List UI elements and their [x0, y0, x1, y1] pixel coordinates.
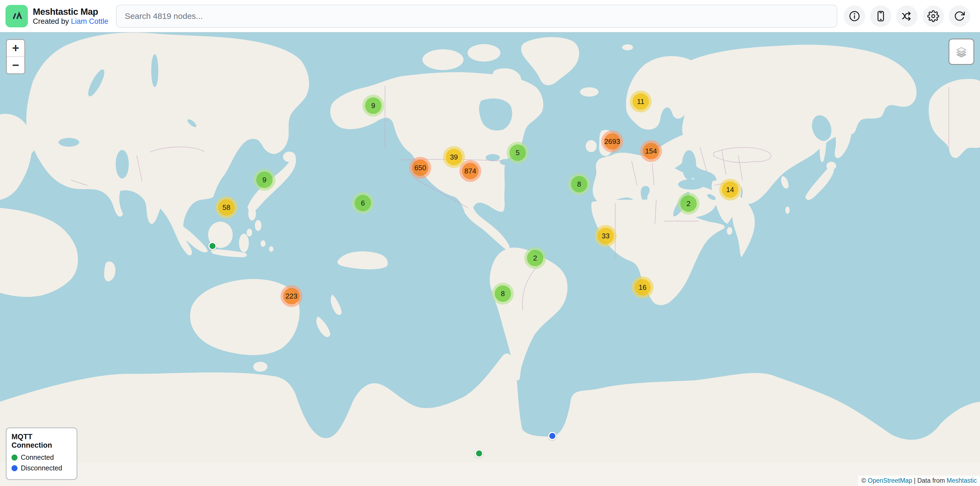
- cluster-marker[interactable]: 5: [507, 142, 528, 164]
- node-marker-disconnected[interactable]: [548, 432, 557, 440]
- zoom-in-button[interactable]: +: [7, 40, 24, 56]
- node-marker-connected[interactable]: [208, 242, 216, 250]
- mqtt-legend: MQTT Connection Connected Disconnected: [6, 427, 77, 480]
- connected-dot: [11, 454, 18, 461]
- cluster-count: 2: [527, 250, 543, 266]
- top-bar: Meshtastic Map Created by Liam Cottle: [0, 0, 980, 32]
- cluster-count: 9: [256, 172, 273, 188]
- map-attribution: © OpenStreetMap | Data from Meshtastic: [858, 476, 980, 486]
- cluster-marker[interactable]: 33: [595, 225, 617, 247]
- cluster-count: 650: [412, 159, 428, 176]
- attribution-middle: | Data from: [912, 477, 947, 484]
- cluster-marker[interactable]: 2693: [601, 131, 623, 153]
- legend-label-connected: Connected: [21, 453, 54, 461]
- legend-label-disconnected: Disconnected: [21, 464, 62, 472]
- author-link[interactable]: Liam Cottle: [71, 17, 108, 25]
- cluster-marker[interactable]: 2: [678, 193, 700, 215]
- cluster-count: 5: [509, 145, 526, 161]
- markers-layer: 939650874526931541182143316282235896: [0, 32, 980, 486]
- map-canvas[interactable]: 939650874526931541182143316282235896 + −…: [0, 32, 980, 486]
- legend-item-connected: Connected: [11, 453, 72, 461]
- zoom-control: + −: [6, 39, 25, 74]
- cluster-marker[interactable]: 8: [568, 173, 590, 195]
- cluster-count: 16: [635, 279, 651, 296]
- cluster-count: 874: [462, 163, 479, 179]
- cluster-marker[interactable]: 6: [352, 192, 374, 214]
- random-node-button[interactable]: [896, 5, 918, 27]
- cluster-marker[interactable]: 154: [640, 140, 662, 162]
- cluster-marker[interactable]: 874: [460, 160, 481, 182]
- gear-icon: [927, 10, 939, 22]
- node-marker-connected[interactable]: [475, 449, 483, 457]
- cluster-count: 11: [632, 93, 649, 110]
- refresh-icon: [953, 10, 966, 22]
- shuffle-icon: [901, 10, 913, 22]
- cluster-marker[interactable]: 2: [524, 247, 546, 269]
- cluster-count: 2693: [604, 133, 620, 150]
- brand: Meshtastic Map Created by Liam Cottle: [5, 5, 108, 27]
- mobile-app-button[interactable]: [870, 5, 891, 27]
- cluster-count: 154: [643, 143, 659, 159]
- cluster-count: 39: [446, 149, 462, 165]
- cluster-count: 58: [218, 199, 235, 216]
- header-actions: [844, 5, 970, 27]
- byline-prefix: Created by: [33, 17, 71, 25]
- cluster-marker[interactable]: 11: [630, 91, 652, 113]
- cluster-count: 2: [680, 195, 697, 212]
- cluster-marker[interactable]: 223: [280, 285, 302, 307]
- byline: Created by Liam Cottle: [33, 17, 108, 26]
- layers-icon: [954, 44, 969, 59]
- smartphone-icon: [875, 10, 887, 22]
- cluster-count: 33: [597, 228, 614, 244]
- info-button[interactable]: [844, 5, 865, 27]
- cluster-count: 223: [283, 288, 300, 304]
- refresh-button[interactable]: [949, 5, 970, 27]
- cluster-marker[interactable]: 8: [492, 283, 514, 304]
- legend-item-disconnected: Disconnected: [11, 464, 72, 472]
- cluster-marker[interactable]: 14: [719, 179, 741, 201]
- cluster-count: 8: [495, 285, 511, 302]
- search-input[interactable]: [116, 5, 837, 28]
- meshtastic-link[interactable]: Meshtastic: [947, 477, 977, 484]
- attribution-prefix: ©: [861, 477, 868, 484]
- disconnected-dot: [11, 465, 18, 471]
- cluster-marker[interactable]: 16: [632, 276, 654, 298]
- cluster-marker[interactable]: 9: [253, 169, 275, 191]
- cluster-count: 6: [355, 195, 371, 211]
- cluster-count: 9: [365, 97, 382, 114]
- cluster-marker[interactable]: 58: [215, 196, 237, 218]
- page-title: Meshtastic Map: [33, 6, 108, 17]
- legend-title: MQTT Connection: [11, 433, 72, 449]
- info-icon: [848, 10, 861, 22]
- meshtastic-logo-icon: [5, 5, 28, 27]
- cluster-count: 8: [571, 176, 587, 192]
- cluster-marker[interactable]: 9: [362, 95, 384, 116]
- osm-link[interactable]: OpenStreetMap: [868, 477, 912, 484]
- layers-control[interactable]: [948, 38, 974, 65]
- settings-button[interactable]: [923, 5, 944, 27]
- zoom-out-button[interactable]: −: [7, 57, 24, 73]
- brand-text: Meshtastic Map Created by Liam Cottle: [33, 6, 108, 26]
- cluster-marker[interactable]: 650: [409, 157, 431, 179]
- cluster-count: 14: [722, 182, 738, 198]
